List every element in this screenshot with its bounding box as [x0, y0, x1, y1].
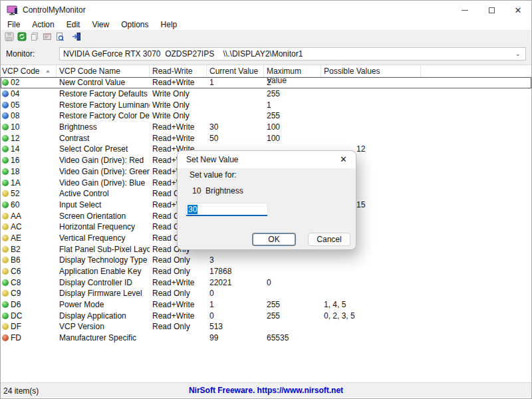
status-dot-icon: [2, 90, 9, 97]
vcp-code-text: 52: [11, 189, 19, 198]
new-value-input[interactable]: 30: [186, 203, 268, 216]
possible-values-cell: 0, 2, 3, 5: [321, 311, 421, 321]
status-dot-icon: [2, 313, 9, 319]
status-dot-icon: [2, 168, 9, 175]
vcp-code-cell: C9: [1, 289, 57, 298]
minimize-button[interactable]: [452, 1, 478, 19]
read-write-cell: Read+Write: [150, 122, 207, 132]
status-dot-icon: [2, 135, 9, 142]
menu-help[interactable]: Help: [155, 19, 184, 30]
vcp-code-text: C8: [11, 278, 21, 287]
maximum-value-cell: 2: [264, 78, 321, 87]
current-value-cell: 3: [207, 255, 264, 265]
nirsoft-link[interactable]: NirSoft Freeware. https://www.nirsoft.ne…: [1, 386, 531, 395]
save-icon: [5, 32, 14, 41]
vcp-name-cell: Brightness: [57, 122, 150, 132]
dialog-close-button[interactable]: ✕: [340, 154, 347, 164]
menu-edit[interactable]: Edit: [61, 19, 86, 30]
table-row[interactable]: 12ContrastRead+Write50100: [1, 132, 531, 144]
status-dot-icon: [2, 301, 9, 308]
table-row[interactable]: C6Application Enable KeyRead Only17868: [1, 266, 531, 277]
table-row[interactable]: 08Restore Factory Color Defaul...Write O…: [1, 110, 531, 122]
column-header-vcp-code-name[interactable]: VCP Code Name: [57, 65, 150, 77]
vcp-code-text: FD: [11, 333, 21, 342]
read-write-cell: Read Only: [150, 322, 207, 331]
vcp-name-cell: Display Controller ID: [57, 278, 150, 287]
table-row[interactable]: 02New Control ValueRead+Write12: [1, 77, 531, 88]
vcp-code-cell: C6: [1, 267, 57, 276]
vcp-code-cell: B2: [1, 245, 57, 254]
possible-values-cell: 1, 4, 5: [321, 300, 421, 309]
read-write-cell: Write Only: [150, 111, 207, 120]
vcp-name-cell: Input Select: [57, 200, 150, 209]
table-row[interactable]: 10BrightnessRead+Write30100: [1, 122, 531, 133]
menu-file[interactable]: File: [1, 19, 26, 30]
close-button[interactable]: ✕: [505, 1, 531, 19]
exit-button[interactable]: [70, 31, 82, 42]
table-row[interactable]: C9Display Firmware LevelRead Only0: [1, 288, 531, 299]
vcp-code-cell: AA: [1, 211, 57, 221]
status-dot-icon: [2, 102, 9, 108]
table-row[interactable]: 05Restore Factory Luminance/ ...Write On…: [1, 99, 531, 110]
properties-button[interactable]: [41, 31, 53, 42]
vcp-code-text: B2: [11, 245, 21, 254]
vcp-name-cell: VCP Version: [57, 322, 150, 331]
read-write-cell: Read Only: [150, 267, 207, 276]
maximum-value-cell: 255: [264, 300, 321, 309]
menu-options[interactable]: Options: [115, 19, 154, 30]
vcp-name-cell: Display Technology Type: [57, 255, 150, 265]
status-dot-icon: [2, 323, 9, 330]
copy-button[interactable]: [29, 31, 40, 42]
refresh-button[interactable]: [16, 31, 27, 42]
maximum-value-cell: 0: [264, 278, 321, 287]
status-dot-icon: [2, 180, 9, 186]
exit-icon: [72, 32, 81, 41]
column-header-possible-values[interactable]: Possible Values: [321, 65, 421, 77]
table-row[interactable]: D6Power ModeRead+Write12551, 4, 5: [1, 299, 531, 311]
table-header: VCP Code VCP Code Name Read-Write Curren…: [1, 65, 531, 77]
column-header-current-value[interactable]: Current Value: [207, 65, 264, 77]
vcp-code-cell: 60: [1, 200, 57, 209]
table-row[interactable]: B6Display Technology TypeRead Only3: [1, 255, 531, 266]
column-header-maximum-value[interactable]: Maximum Value: [264, 65, 321, 77]
read-write-cell: Read+Write: [150, 311, 207, 321]
vcp-code-cell: 1A: [1, 178, 57, 188]
table-row[interactable]: DCDisplay ApplicationRead+Write02550, 2,…: [1, 310, 531, 321]
table-row[interactable]: C8Display Controller IDRead+Write220210: [1, 277, 531, 288]
refresh-icon: [17, 32, 27, 41]
vcp-code-cell: FD: [1, 333, 57, 342]
table-row[interactable]: FDManufacturer Specific9965535: [1, 332, 531, 344]
current-value-cell: 99: [207, 333, 264, 342]
current-value-cell: 30: [207, 122, 264, 132]
ok-button[interactable]: OK: [252, 233, 296, 246]
selected-input-text: 30: [188, 205, 198, 214]
column-header-vcp-code[interactable]: VCP Code: [1, 65, 57, 77]
save-button[interactable]: [3, 31, 15, 42]
vcp-name-cell: Contrast: [57, 134, 150, 143]
set-new-value-dialog: Set New Value ✕ Set value for: 10 Bright…: [177, 150, 356, 250]
menu-view[interactable]: View: [86, 19, 115, 30]
report-button[interactable]: [54, 31, 65, 42]
vcp-name-cell: Vertical Frequency: [57, 233, 150, 243]
vcp-name-cell: Restore Factory Color Defaul...: [57, 111, 150, 120]
status-dot-icon: [2, 279, 9, 286]
monitor-combobox[interactable]: NVIDIA GeForce RTX 3070 OZDSP27IPS \\.\D…: [59, 47, 526, 61]
maximize-button[interactable]: [478, 1, 505, 19]
vcp-code-cell: 52: [1, 189, 57, 198]
monitor-label: Monitor:: [6, 49, 35, 59]
cancel-button[interactable]: Cancel: [308, 233, 350, 246]
properties-icon: [43, 32, 52, 41]
status-dot-icon: [2, 79, 9, 86]
table-row[interactable]: DFVCP VersionRead Only513: [1, 321, 531, 332]
vcp-name-cell: Horizontal Frequency: [57, 222, 150, 231]
vcp-code-text: AE: [11, 233, 21, 243]
status-dot-icon: [2, 290, 9, 297]
column-header-read-write[interactable]: Read-Write: [150, 65, 207, 77]
vcp-code-cell: 08: [1, 111, 57, 120]
maximum-value-cell: 255: [264, 111, 321, 120]
read-write-cell: Read+Write: [150, 134, 207, 143]
window-title: ControlMyMonitor: [23, 5, 86, 15]
table-row[interactable]: 04Restore Factory DefaultsWrite Only255: [1, 88, 531, 100]
menu-action[interactable]: Action: [26, 19, 60, 30]
vcp-code-text: C6: [11, 267, 21, 276]
